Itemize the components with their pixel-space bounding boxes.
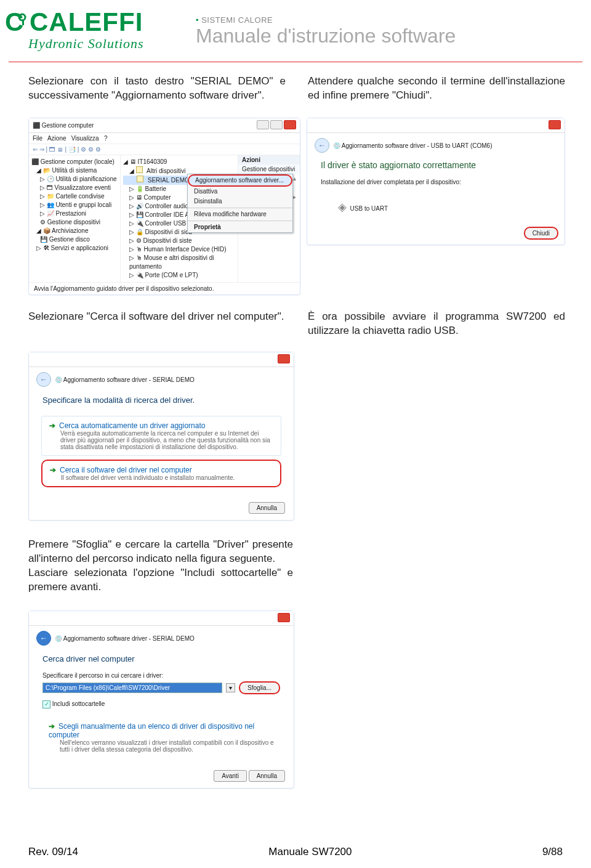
page-header: C CALEFFI Hydronic Solutions SISTEMI CAL… bbox=[0, 0, 591, 60]
caleffi-logo: C CALEFFI Hydronic Solutions bbox=[4, 5, 188, 58]
opt1-title: Cerca automaticamente un driver aggiorna… bbox=[59, 421, 205, 430]
actions-header: Azioni bbox=[238, 155, 300, 164]
tree-item[interactable]: Human Interface Device (HID) bbox=[144, 246, 227, 253]
opt2-title: Cerca il software del driver nel compute… bbox=[60, 466, 192, 474]
next-button[interactable]: Avanti bbox=[214, 770, 247, 782]
actions-sub[interactable]: Gestione dispositivi bbox=[238, 164, 300, 174]
fig4-title: Aggiornamento software driver - SERIAL D… bbox=[63, 635, 195, 642]
opt-manual-search[interactable]: ➔Cerca il software del driver nel comput… bbox=[41, 460, 281, 487]
fig2-sub: Installazione del driver completata per … bbox=[307, 172, 565, 192]
tree-item[interactable]: Utilità di sistema bbox=[52, 167, 97, 174]
tree-root-left[interactable]: Gestione computer (locale) bbox=[41, 158, 115, 165]
header-rule bbox=[9, 62, 582, 62]
fig3-title: Aggiornamento software driver - SERIAL D… bbox=[63, 376, 195, 383]
menu-view[interactable]: Visualizza bbox=[71, 135, 99, 142]
tree-item[interactable]: Computer bbox=[144, 194, 171, 201]
ctx-properties[interactable]: Proprietà bbox=[188, 222, 292, 232]
arrow-icon: ➔ bbox=[49, 722, 55, 731]
fig4-heading: Cerca driver nel computer bbox=[29, 651, 294, 668]
ctx-disable[interactable]: Disattiva bbox=[188, 187, 292, 197]
tree-item[interactable]: Visualizzatore eventi bbox=[55, 184, 111, 191]
context-menu: Aggiornamento software driver... Disatti… bbox=[187, 174, 293, 233]
ctx-scan[interactable]: Rileva modifiche hardware bbox=[188, 209, 292, 219]
ctx-uninstall[interactable]: Disinstalla bbox=[188, 197, 292, 206]
back-icon[interactable]: ← bbox=[315, 138, 329, 153]
cancel-button[interactable]: Annulla bbox=[249, 502, 285, 514]
back-icon[interactable]: ← bbox=[36, 372, 51, 387]
tree-item[interactable]: Dispositivi di sicu bbox=[145, 229, 192, 235]
tree-item[interactable]: Controller audio, bbox=[145, 203, 190, 209]
opt-auto-search[interactable]: ➔Cerca automaticamente un driver aggiorn… bbox=[41, 416, 281, 456]
browse-button[interactable]: Sfoglia... bbox=[239, 681, 280, 694]
menu-action[interactable]: Azione bbox=[47, 135, 66, 142]
checkbox-label: Includi sottocartelle bbox=[52, 700, 105, 707]
fig-update-complete: ← 💿 Aggiornamento software driver - USB … bbox=[307, 118, 565, 245]
arrow-icon: ➔ bbox=[49, 421, 55, 430]
status-bar: Avvia l'Aggiornamento guidato driver per… bbox=[29, 282, 300, 294]
tree-item[interactable]: Gestione disco bbox=[49, 236, 90, 243]
ctx-update-driver[interactable]: Aggiornamento software driver... bbox=[188, 174, 292, 187]
para-right-1: Attendere qualche secondo il termine del… bbox=[308, 75, 565, 103]
para-left-2: Selezionare "Cerca il software del drive… bbox=[28, 310, 286, 338]
tree-item[interactable]: Porte (COM e LPT) bbox=[145, 272, 198, 278]
footer-page: 9/88 bbox=[542, 846, 563, 858]
tree-item[interactable]: Servizi e applicazioni bbox=[51, 245, 108, 251]
cancel-button[interactable]: Annulla bbox=[249, 770, 285, 782]
opt-pick-from-list[interactable]: ➔Scegli manualmente da un elenco di driv… bbox=[41, 717, 281, 758]
tree-item[interactable]: Altri dispositivi bbox=[147, 168, 185, 174]
checkbox-include[interactable]: ✓ bbox=[42, 700, 50, 708]
dropdown-icon[interactable]: ▾ bbox=[226, 683, 235, 692]
arrow-icon: ➔ bbox=[50, 466, 56, 474]
tree-item[interactable]: Mouse e altri dispositivi di puntamento bbox=[129, 254, 214, 270]
window-controls bbox=[255, 120, 296, 131]
tree-item[interactable]: Gestione dispositivi bbox=[47, 219, 100, 225]
device-icon: ◈ bbox=[338, 201, 347, 213]
fig3-heading: Specificare la modalità di ricerca del d… bbox=[29, 392, 294, 412]
tree-item[interactable]: Batterie bbox=[145, 185, 166, 192]
close-icon[interactable] bbox=[547, 120, 561, 131]
close-icon[interactable] bbox=[276, 354, 290, 365]
para-4: Lasciare selezionata l'opzione "Includi … bbox=[28, 566, 293, 594]
back-icon[interactable]: ← bbox=[36, 631, 51, 646]
fig-device-manager: ⬛ Gestione computer File Azione Visualiz… bbox=[28, 118, 300, 295]
fig2-device: USB to UART bbox=[350, 205, 388, 212]
tree-item[interactable]: Utilità di pianificazione bbox=[56, 176, 117, 182]
svg-text:C: C bbox=[5, 7, 23, 36]
svg-text:CALEFFI: CALEFFI bbox=[30, 7, 143, 36]
fig-search-mode: ← 💿 Aggiornamento software driver - SERI… bbox=[28, 352, 294, 521]
header-title: Manuale d'istruzione software bbox=[196, 25, 591, 47]
fig2-title: Aggiornamento software driver - USB to U… bbox=[342, 142, 492, 149]
svg-rect-2 bbox=[22, 20, 24, 25]
tree-item[interactable]: Dispositivi di siste bbox=[143, 237, 192, 244]
tree-item[interactable]: Cartelle condivise bbox=[56, 193, 105, 200]
opt2-desc: Il software del driver verrà individuato… bbox=[50, 474, 273, 481]
header-tagline: SISTEMI CALORE bbox=[196, 15, 591, 25]
page-footer: Rev. 09/14 Manuale SW7200 9/88 bbox=[0, 846, 591, 858]
para-left-1: Selezionare con il tasto destro "SERIAL … bbox=[28, 75, 286, 103]
menu-help[interactable]: ? bbox=[104, 135, 108, 142]
footer-title: Manuale SW7200 bbox=[268, 846, 352, 858]
path-input[interactable]: C:\Program Files (x86)\Caleffi\SW7200\Dr… bbox=[42, 683, 222, 693]
tree-item[interactable]: Controller IDE AT bbox=[145, 211, 193, 218]
para-right-2: È ora possibile avviare il programma SW7… bbox=[308, 310, 565, 338]
opt-desc: Nell'elenco verranno visualizzati i driv… bbox=[49, 739, 274, 753]
close-button[interactable]: Chiudi bbox=[524, 227, 558, 240]
tree-item[interactable]: Archiviazione bbox=[52, 227, 88, 234]
fig4-label: Specificare il percorso in cui cercare i… bbox=[29, 668, 294, 680]
opt1-desc: Verrà eseguita automaticamente la ricerc… bbox=[49, 430, 273, 450]
menu-file[interactable]: File bbox=[33, 135, 42, 142]
footer-rev: Rev. 09/14 bbox=[28, 846, 78, 858]
tree-item[interactable]: Prestazioni bbox=[56, 210, 86, 217]
tree-root-devices[interactable]: IT1640309 bbox=[138, 158, 167, 165]
para-3: Premere "Sfoglia" e cercare la cartella … bbox=[28, 538, 293, 566]
opt-title: Scegli manualmente da un elenco di drive… bbox=[49, 722, 254, 739]
close-icon[interactable] bbox=[276, 613, 290, 623]
fig1-title: Gestione computer bbox=[42, 122, 94, 129]
tree-item[interactable]: Utenti e gruppi locali bbox=[56, 201, 112, 208]
fig-browse-driver: ← 💿 Aggiornamento software driver - SERI… bbox=[28, 610, 294, 789]
tree-serial-demo[interactable]: SERIAL DEMO bbox=[148, 177, 190, 184]
svg-text:Hydronic Solutions: Hydronic Solutions bbox=[28, 36, 144, 51]
fig2-heading: Il driver è stato aggiornato correttamen… bbox=[307, 158, 565, 172]
